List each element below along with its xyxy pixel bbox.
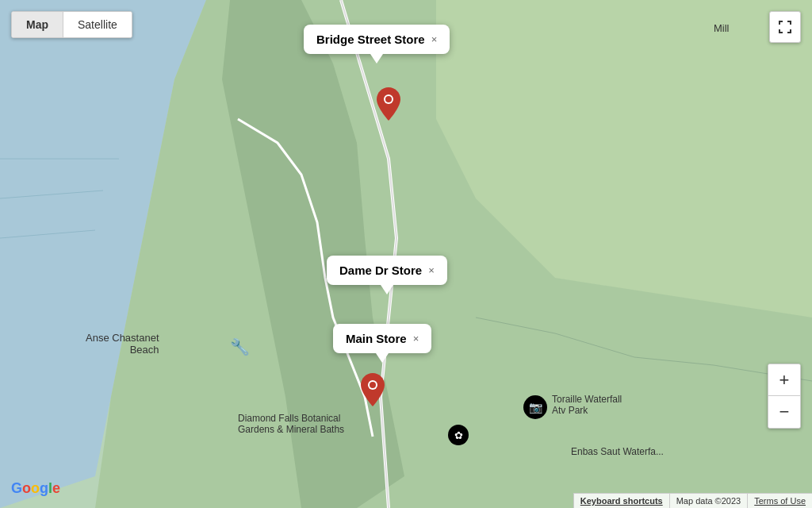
map-data-label: Map data ©2023 <box>669 493 748 508</box>
main-store-popup: Main Store × <box>333 324 431 353</box>
map-toggle-satellite-btn[interactable]: Satellite <box>63 12 132 37</box>
bridge-street-store-close[interactable]: × <box>431 34 438 44</box>
map-pin-icon <box>377 87 400 121</box>
bridge-street-store-popup: Bridge Street Store × <box>304 25 450 54</box>
keyboard-shortcuts-link[interactable]: Keyboard shortcuts <box>573 493 669 508</box>
mill-label: Mill <box>714 22 730 34</box>
toraille-label: Toraille WaterfallAtv Park <box>552 394 622 416</box>
svg-point-4 <box>370 382 376 388</box>
diamond-falls-icon: ✿ <box>448 425 469 445</box>
map-background <box>0 0 812 508</box>
anse-chastanet-icon: 🔧 <box>230 337 250 356</box>
diamond-falls-label: Diamond Falls BotanicalGardens & Mineral… <box>238 413 344 435</box>
map-container: Map Satellite Bridge Street Store × Dame… <box>0 0 812 508</box>
main-store-label: Main Store <box>346 332 407 345</box>
svg-point-2 <box>385 96 392 102</box>
google-logo: Google <box>11 480 60 497</box>
map-satellite-toggle[interactable]: Map Satellite <box>11 11 132 38</box>
zoom-in-button[interactable]: + <box>768 364 800 396</box>
enbas-saut-label: Enbas Saut Waterfa... <box>571 446 664 457</box>
fullscreen-button[interactable] <box>769 11 801 43</box>
bridge-street-store-pin[interactable] <box>377 87 400 124</box>
bridge-street-store-label: Bridge Street Store <box>316 33 425 46</box>
map-toggle-map-btn[interactable]: Map <box>12 12 63 37</box>
map-footer: Keyboard shortcuts Map data ©2023 Terms … <box>573 493 812 508</box>
zoom-controls: + − <box>768 364 801 429</box>
dame-dr-store-close[interactable]: × <box>428 265 435 275</box>
zoom-out-button[interactable]: − <box>768 396 800 428</box>
fullscreen-icon <box>778 20 792 34</box>
main-store-close[interactable]: × <box>413 333 419 344</box>
anse-chastanet-label: Anse ChastanetBeach <box>86 332 159 356</box>
toraille-icon: 📷 <box>523 395 547 419</box>
map-pin-icon-2 <box>361 373 385 406</box>
terms-of-use-link[interactable]: Terms of Use <box>747 493 812 508</box>
dame-dr-store-popup: Dame Dr Store × <box>327 256 447 285</box>
dame-dr-store-label: Dame Dr Store <box>339 264 422 277</box>
main-store-pin[interactable] <box>361 373 385 410</box>
